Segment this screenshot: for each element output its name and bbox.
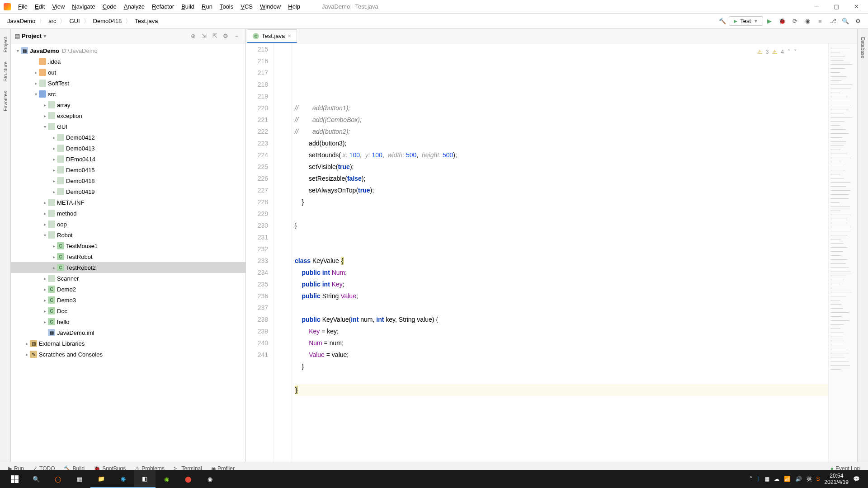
tree-arrow-icon[interactable]: ▸ [51,244,57,249]
line-number[interactable]: 223 [246,137,268,149]
code-line-232[interactable]: public int Key; [295,278,828,290]
menu-build[interactable]: Build [178,1,198,12]
breadcrumb-3[interactable]: Demo0418 [90,16,126,26]
tree-item-method[interactable]: ▸method [11,208,245,219]
tray-chevron-up-icon[interactable]: ˄ [750,476,752,482]
menu-refactor[interactable]: Refactor [148,1,178,12]
code-line-224[interactable]: setAlwaysOnTop(true); [295,184,828,196]
search-everywhere-button[interactable]: 🔍 [840,16,851,27]
system-tray[interactable]: ˄ ᛒ ▦ ☁ 📶 🔊 英 S 20:54 2021/4/19 💬 [745,473,864,486]
fold-gutter[interactable] [274,43,292,462]
next-highlight-icon[interactable]: ˅ [794,46,797,58]
tree-item-SoftTest[interactable]: ▸SoftTest [11,78,245,89]
line-number[interactable]: 228 [246,196,268,208]
code-minimap[interactable] [828,43,857,462]
tree-item-META-INF[interactable]: ▸META-INF [11,197,245,208]
menu-navigate[interactable]: Navigate [68,1,99,12]
line-number[interactable]: 241 [246,349,268,361]
code-line-238[interactable]: Value = value; [295,349,828,361]
line-number[interactable]: 227 [246,184,268,196]
tree-arrow-icon[interactable]: ▸ [51,178,57,183]
expand-all-button[interactable]: ⇲ [199,32,208,41]
tree-arrow-icon[interactable]: ▸ [42,200,48,205]
tree-item-TestRobot2[interactable]: ▸CTestRobot2 [11,262,245,273]
menu-file[interactable]: File [14,1,31,12]
code-line-225[interactable]: } [295,196,828,208]
code-line-233[interactable]: public String Value; [295,290,828,302]
code-line-237[interactable]: Num = num; [295,337,828,349]
tree-item-Demo0418[interactable]: ▸Demo0418 [11,175,245,186]
tree-item-DEmo0414[interactable]: ▸DEmo0414 [11,154,245,164]
line-number[interactable]: 230 [246,220,268,231]
collapse-all-button[interactable]: ⇱ [210,32,219,41]
tree-arrow-icon[interactable]: ▸ [42,309,48,314]
line-number[interactable]: 229 [246,208,268,220]
tree-arrow-icon[interactable]: ▸ [42,211,48,216]
line-number[interactable]: 226 [246,173,268,184]
line-number[interactable]: 218 [246,79,268,90]
line-number[interactable]: 221 [246,114,268,126]
breadcrumb-1[interactable]: src [45,16,60,26]
tree-item-JavaDemo.iml[interactable]: ▦JavaDemo.iml [11,327,245,338]
tree-arrow-icon[interactable]: ▸ [42,287,48,292]
tree-root[interactable]: ▾▦JavaDemoD:\JavaDemo [11,45,245,56]
minimize-button[interactable]: ─ [808,1,825,12]
maximize-button[interactable]: ▢ [828,1,844,12]
breadcrumb-0[interactable]: JavaDemo [4,16,39,26]
tree-arrow-icon[interactable]: ▸ [33,70,39,75]
locate-button[interactable]: ⊕ [189,32,198,41]
line-gutter[interactable]: 2152162172182192202212222232242252262272… [246,43,274,462]
tree-arrow-icon[interactable]: ▸ [51,157,57,162]
hide-button[interactable]: － [232,32,241,41]
run-config-selector[interactable]: ▶ Test ▼ [729,16,763,26]
line-number[interactable]: 239 [246,325,268,337]
tool-tab-structure[interactable]: Structure [2,57,9,86]
stop-button[interactable]: ■ [815,16,826,27]
tree-item-Robot[interactable]: ▾Robot [11,230,245,240]
debug-button[interactable]: 🐞 [777,16,788,27]
editor-tab-test[interactable]: C Test.java × [247,29,297,43]
tree-item-Demo0413[interactable]: ▸Demo0413 [11,143,245,154]
menu-analyze[interactable]: Analyze [120,1,148,12]
tree-item-exception[interactable]: ▸exception [11,110,245,121]
menu-run[interactable]: Run [198,1,216,12]
editor-body[interactable]: 2152162172182192202212222232242252262272… [246,43,857,462]
code-line-220[interactable]: add(button3); [295,137,828,149]
tree-arrow-icon[interactable]: ▾ [42,124,48,129]
taskbar-app-edge[interactable]: ◉ [112,470,134,488]
code-line-223[interactable]: setResizable(false); [295,173,828,184]
code-line-234[interactable] [295,302,828,314]
tree-item-oop[interactable]: ▸oop [11,219,245,230]
line-number[interactable]: 240 [246,337,268,349]
code-line-231[interactable]: public int Num; [295,267,828,278]
tree-arrow-icon[interactable]: ▾ [42,233,48,238]
close-button[interactable]: ✕ [848,1,864,12]
code-line-228[interactable] [295,231,828,243]
tree-arrow-icon[interactable]: ▸ [33,81,39,86]
settings-gear-icon[interactable]: ⚙ [221,32,230,41]
menu-vcs[interactable]: VCS [237,1,256,12]
tree-arrow-icon[interactable]: ▸ [24,341,30,346]
tree-arrow-icon[interactable]: ▸ [24,352,30,357]
taskbar-app-explorer[interactable]: 📁 [90,470,112,488]
run-coverage-button[interactable]: ⟳ [789,16,800,27]
tree-item-out[interactable]: ▸out [11,67,245,78]
tree-arrow-icon[interactable]: ▸ [42,113,48,118]
line-number[interactable]: 235 [246,278,268,290]
code-area[interactable]: ⚠3 ⚠4 ˄ ˅ // add(button1);// add(jComboB… [292,43,828,462]
tree-item-Scratches and Consoles[interactable]: ▸✎Scratches and Consoles [11,349,245,360]
line-number[interactable]: 236 [246,290,268,302]
code-line-235[interactable]: public KeyValue(int num, int key, String… [295,314,828,325]
menu-code[interactable]: Code [99,1,120,12]
line-number[interactable]: 219 [246,90,268,102]
tree-item-TestRobot[interactable]: ▸CTestRobot [11,251,245,262]
project-tree[interactable]: ▾▦JavaDemoD:\JavaDemo.idea▸out▸SoftTest▾… [11,43,245,462]
code-line-227[interactable]: } [295,220,828,231]
tree-arrow-icon[interactable]: ▾ [33,92,39,97]
taskbar-app-intellij[interactable]: ◧ [134,470,156,488]
code-line-240[interactable] [295,372,828,384]
line-number[interactable]: 237 [246,302,268,314]
tree-item-Scanner[interactable]: ▸Scanner [11,273,245,284]
line-number[interactable]: 234 [246,267,268,278]
menu-view[interactable]: View [48,1,68,12]
